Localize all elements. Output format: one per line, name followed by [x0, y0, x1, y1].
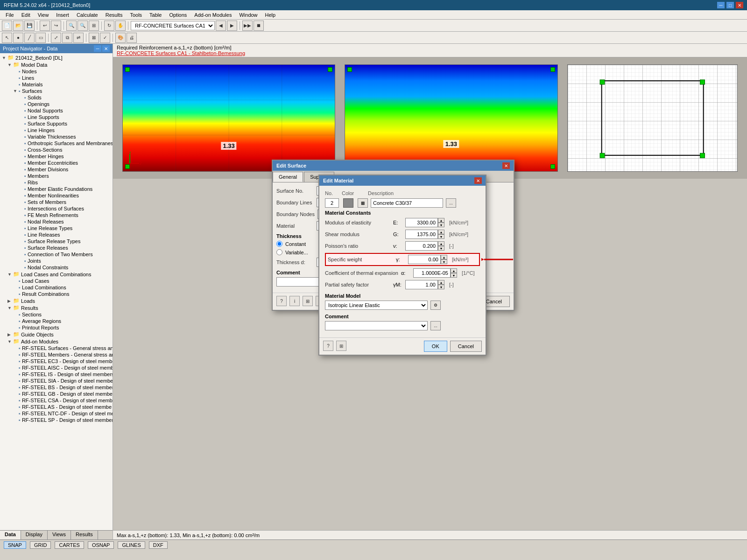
tree-average-regions[interactable]: ▪ Average Regions	[12, 318, 112, 324]
material-desc-browse-btn[interactable]: ...	[446, 198, 456, 208]
tree-rfsteel-aisc[interactable]: ▪ RF-STEEL AISC - Design of steel memb	[12, 364, 112, 371]
menu-insert[interactable]: Insert	[52, 11, 73, 19]
tree-ribs[interactable]: ▪ Ribs	[18, 179, 112, 186]
tree-surfaces[interactable]: ▼ ▪ Surfaces	[12, 88, 112, 94]
minimize-button[interactable]: ─	[717, 2, 725, 8]
tb-run[interactable]: ▶▶	[242, 21, 253, 31]
boundary-lines-input[interactable]	[317, 198, 354, 207]
tree-lines[interactable]: ▪ Lines	[12, 75, 112, 81]
material-ok-button[interactable]: OK	[424, 341, 447, 352]
tb-rotate[interactable]: ↻	[104, 21, 114, 31]
material-edit-btn[interactable]: ...	[402, 221, 413, 231]
nav-tab-views[interactable]: Views	[48, 531, 71, 539]
thickness-constant-radio[interactable]	[276, 241, 282, 247]
surface-color-btn[interactable]: ⊡	[343, 186, 354, 196]
tree-load-cases-combo[interactable]: ▼ 📁 Load Cases and Combinations	[7, 271, 112, 278]
tree-nodal-constraints[interactable]: ▪ Nodal Constraints	[18, 264, 112, 271]
tree-rfsteel-gb[interactable]: ▪ RF-STEEL GB - Design of steel membe	[12, 391, 112, 397]
snap-btn-cartes[interactable]: CARTES	[55, 541, 84, 549]
boundary-lines-btn[interactable]: ⊞	[357, 198, 368, 207]
tb-zoom-in[interactable]: 🔍	[66, 21, 77, 31]
tree-load-combinations[interactable]: ▪ Load Combinations	[12, 284, 112, 291]
nav-tab-results[interactable]: Results	[71, 531, 98, 539]
tb-next[interactable]: ▶	[227, 21, 237, 31]
snap-btn-dxf[interactable]: DXF	[149, 541, 168, 549]
tb-zoom-all[interactable]: ⊞	[89, 21, 99, 31]
tree-load-cases[interactable]: ▪ Load Cases	[12, 278, 112, 284]
nu-value-input[interactable]	[405, 241, 438, 251]
tree-surface-supports[interactable]: ▪ Surface Supports	[18, 120, 112, 127]
gammaM-value-input[interactable]	[405, 280, 438, 289]
maximize-button[interactable]: □	[726, 2, 734, 8]
nav-close[interactable]: ✕	[102, 45, 110, 52]
tree-result-combinations[interactable]: ▪ Result Combinations	[12, 291, 112, 297]
tree-openings[interactable]: ▪ Openings	[18, 101, 112, 107]
tb2-render[interactable]: 🎨	[115, 33, 126, 43]
nav-minimize[interactable]: ─	[94, 45, 101, 52]
tree-rfsteel-sia[interactable]: ▪ RF-STEEL SIA - Design of steel membe	[12, 378, 112, 384]
tree-rfsteel-members[interactable]: ▪ RF-STEEL Members - General stress an	[12, 351, 112, 358]
tree-materials[interactable]: ▪ Materials	[12, 81, 112, 88]
material-info-btn[interactable]: ⊞	[336, 341, 346, 351]
surface-extra-btn[interactable]: ⊞	[303, 296, 313, 306]
G-up-btn[interactable]: ▲	[438, 230, 444, 234]
gamma-value-input[interactable]	[408, 255, 441, 264]
tree-solids[interactable]: ▪ Solids	[18, 94, 112, 101]
tb2-node[interactable]: ●	[13, 33, 23, 43]
G-value-input[interactable]	[405, 230, 438, 239]
snap-btn-glines[interactable]: GLINES	[118, 541, 145, 549]
gamma-up-btn[interactable]: ▲	[441, 255, 447, 259]
nu-up-btn[interactable]: ▲	[438, 241, 444, 246]
tree-intersections[interactable]: ▪ Intersections of Surfaces	[18, 205, 112, 212]
material-select-btn[interactable]: ▼	[416, 221, 427, 231]
material-help-btn[interactable]: ?	[323, 341, 333, 351]
tree-addon-modules[interactable]: ▼ 📁 Add-on Modules	[7, 338, 112, 345]
tree-guide-objects[interactable]: ▶ 📁 Guide Objects	[7, 331, 112, 338]
tree-rfsteel-as[interactable]: ▪ RF-STEEL AS - Design of steel membe	[12, 404, 112, 410]
tree-surface-releases[interactable]: ▪ Surface Releases	[18, 245, 112, 251]
surface-ok-button[interactable]: OK	[452, 296, 475, 307]
menu-table[interactable]: Table	[146, 11, 165, 19]
material-color-pick-btn[interactable]: ▩	[358, 198, 368, 208]
tb-undo[interactable]: ↩	[40, 21, 50, 31]
surface-detail-btn[interactable]: ⊡	[329, 296, 339, 306]
tb-new[interactable]: 📄	[2, 21, 12, 31]
thickness-variable-radio[interactable]	[276, 249, 282, 255]
boundary-nodes-input[interactable]	[317, 210, 430, 219]
tree-members[interactable]: ▪ Members	[18, 173, 112, 179]
tb-stop[interactable]: ⏹	[254, 21, 264, 31]
tree-sections[interactable]: ▪ Sections	[12, 311, 112, 318]
tb2-mesh[interactable]: ⊠	[89, 33, 99, 43]
tb2-check[interactable]: ✓	[100, 33, 110, 43]
tb-redo[interactable]: ↪	[51, 21, 61, 31]
tree-line-hinges[interactable]: ▪ Line Hinges	[18, 127, 112, 133]
surface-cancel-button[interactable]: Cancel	[478, 296, 510, 307]
tree-fe-mesh[interactable]: ▪ FE Mesh Refinements	[18, 212, 112, 218]
tree-cross-sections[interactable]: ▪ Cross-Sections	[18, 147, 112, 153]
menu-calculate[interactable]: Calculate	[73, 11, 102, 19]
surface-no-input[interactable]	[317, 186, 340, 196]
addon-link[interactable]: RF-CONCRETE Surfaces CA1 - Stahlbeton-Be…	[117, 50, 245, 56]
tb-zoom-out[interactable]: 🔍	[78, 21, 88, 31]
surface-help-btn[interactable]: ?	[276, 296, 287, 306]
material-comment-btn[interactable]: ...	[430, 321, 441, 330]
tree-model-data[interactable]: ▼ 📁 Model Data	[7, 61, 112, 68]
tree-surface-release-types[interactable]: ▪ Surface Release Types	[18, 238, 112, 245]
tree-rfsteel-csa[interactable]: ▪ RF-STEEL CSA - Design of steel memb	[12, 397, 112, 404]
tree-nodes[interactable]: ▪ Nodes	[12, 68, 112, 75]
snap-btn-grid[interactable]: GRID	[30, 541, 51, 549]
tb-save[interactable]: 💾	[24, 21, 35, 31]
tree-joints[interactable]: ▪ Joints	[18, 258, 112, 264]
menu-options[interactable]: Options	[165, 11, 190, 19]
tb2-select[interactable]: ↖	[2, 33, 12, 43]
E-down-btn[interactable]: ▼	[438, 223, 444, 227]
tree-rfsteel-ntcdf[interactable]: ▪ RF-STEEL NTC-DF - Design of steel me	[12, 410, 112, 417]
gammaM-up-btn[interactable]: ▲	[438, 280, 444, 285]
alpha-value-input[interactable]	[413, 268, 451, 278]
gamma-down-btn[interactable]: ▼	[441, 259, 447, 264]
snap-btn-snap[interactable]: SNAP	[4, 541, 26, 549]
tree-rfsteel-ec3[interactable]: ▪ RF-STEEL EC3 - Design of steel membe	[12, 358, 112, 364]
tb2-copy[interactable]: ⧉	[62, 33, 72, 43]
material-no-field[interactable]	[325, 198, 339, 208]
tree-results[interactable]: ▼ 📁 Results	[7, 304, 112, 311]
